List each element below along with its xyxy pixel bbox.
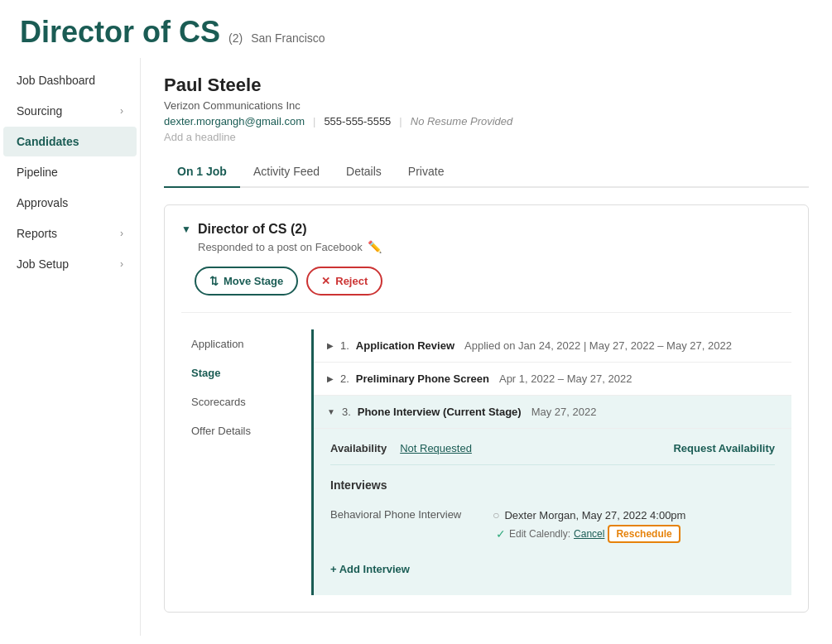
sidebar-item-job-setup[interactable]: Job Setup › xyxy=(3,249,137,279)
edit-icon[interactable]: ✏️ xyxy=(368,240,382,253)
main-content: Paul Steele Verizon Communications Inc d… xyxy=(141,58,832,636)
tabs: On 1 Job Activity Feed Details Private xyxy=(164,156,809,188)
interviews-title: Interviews xyxy=(330,478,775,492)
sidebar-item-candidates[interactable]: Candidates xyxy=(3,127,137,156)
separator: | xyxy=(313,115,315,127)
no-resume: No Resume Provided xyxy=(411,115,513,127)
stage-nav-application[interactable]: Application xyxy=(181,329,311,358)
interview-details: ○ Dexter Morgan, May 27, 2022 4:00pm ✓ E… xyxy=(493,508,775,543)
stage-row-2: ▶ 2. Preliminary Phone Screen Apr 1, 202… xyxy=(314,363,791,396)
reschedule-button[interactable]: Reschedule xyxy=(608,525,680,543)
sidebar-item-job-dashboard[interactable]: Job Dashboard xyxy=(3,65,137,95)
reject-button[interactable]: ✕ Reject xyxy=(306,267,382,296)
candidate-company: Verizon Communications Inc xyxy=(164,99,809,112)
title-count: (2) xyxy=(228,31,243,45)
radio-icon: ○ xyxy=(493,508,499,521)
action-buttons: ⇅ Move Stage ✕ Reject xyxy=(181,267,791,296)
tab-activity-feed[interactable]: Activity Feed xyxy=(240,156,333,188)
tab-on-job[interactable]: On 1 Job xyxy=(164,156,240,188)
sidebar-item-sourcing[interactable]: Sourcing › xyxy=(3,96,137,126)
interview-row: Behavioral Phone Interview ○ Dexter Morg… xyxy=(330,502,775,550)
tab-details[interactable]: Details xyxy=(333,156,395,188)
divider xyxy=(181,312,791,313)
stages-layout: Application Stage Scorecards Offer Detai… xyxy=(181,329,791,595)
candidate-header: Paul Steele Verizon Communications Inc d… xyxy=(164,74,809,143)
interviews-section: Interviews Behavioral Phone Interview ○ … xyxy=(330,478,775,582)
request-availability-link[interactable]: Request Availability xyxy=(673,442,775,454)
job-source: Responded to a post on Facebook ✏️ xyxy=(181,240,791,253)
stage-row-1: ▶ 1. Application Review Applied on Jan 2… xyxy=(314,329,791,363)
stage-row-3: ▼ 3. Phone Interview (Current Stage) May… xyxy=(314,396,791,429)
sidebar-item-approvals[interactable]: Approvals xyxy=(3,188,137,218)
candidate-phone: 555-555-5555 xyxy=(324,115,391,127)
candidate-contact: dexter.morgangh@gmail.com | 555-555-5555… xyxy=(164,115,809,127)
check-circle-icon: ✓ xyxy=(496,527,506,541)
add-headline-link[interactable]: Add a headline xyxy=(164,131,809,143)
sidebar-item-reports[interactable]: Reports › xyxy=(3,219,137,248)
candidate-name: Paul Steele xyxy=(164,74,809,96)
move-stage-button[interactable]: ⇅ Move Stage xyxy=(195,267,298,296)
expand-stage-1-icon[interactable]: ▶ xyxy=(327,341,334,350)
stages-main: ▶ 1. Application Review Applied on Jan 2… xyxy=(314,329,791,595)
sidebar-item-pipeline[interactable]: Pipeline xyxy=(3,157,137,187)
page-title: Director of CS (2) San Francisco xyxy=(0,0,832,58)
stage-nav-scorecards[interactable]: Scorecards xyxy=(181,387,311,416)
title-location: San Francisco xyxy=(251,31,325,45)
reject-icon: ✕ xyxy=(321,275,330,287)
chevron-right-icon: › xyxy=(120,105,123,117)
collapse-icon[interactable]: ▼ xyxy=(181,223,191,235)
candidate-email[interactable]: dexter.morgangh@gmail.com xyxy=(164,115,305,127)
availability-row: Availability Not Requested Request Avail… xyxy=(330,442,775,465)
stage-3-detail: Availability Not Requested Request Avail… xyxy=(314,429,791,595)
cancel-link[interactable]: Cancel xyxy=(574,528,604,540)
sidebar: Job Dashboard Sourcing › Candidates Pipe… xyxy=(0,58,141,636)
add-interview-link[interactable]: + Add Interview xyxy=(330,563,410,582)
chevron-right-icon: › xyxy=(120,228,123,239)
job-card-title: Director of CS (2) xyxy=(198,222,307,237)
separator: | xyxy=(399,115,402,127)
availability-label: Availability xyxy=(330,442,387,454)
chevron-right-icon: › xyxy=(120,258,123,270)
edit-calendly-label: Edit Calendly: xyxy=(509,528,570,540)
expand-stage-3-icon[interactable]: ▼ xyxy=(327,407,335,416)
tab-private[interactable]: Private xyxy=(395,156,458,188)
job-card-header: ▼ Director of CS (2) xyxy=(181,222,791,237)
stage-nav-offer-details[interactable]: Offer Details xyxy=(181,416,311,445)
stage-nav-stage[interactable]: Stage xyxy=(181,358,314,387)
interview-person: ○ Dexter Morgan, May 27, 2022 4:00pm xyxy=(493,508,775,521)
job-card: ▼ Director of CS (2) Responded to a post… xyxy=(164,204,809,613)
stages-sidebar: Application Stage Scorecards Offer Detai… xyxy=(181,329,314,595)
expand-stage-2-icon[interactable]: ▶ xyxy=(327,374,334,383)
move-stage-icon: ⇅ xyxy=(209,275,219,287)
availability-value[interactable]: Not Requested xyxy=(400,442,472,454)
interview-name: Behavioral Phone Interview xyxy=(330,508,479,521)
